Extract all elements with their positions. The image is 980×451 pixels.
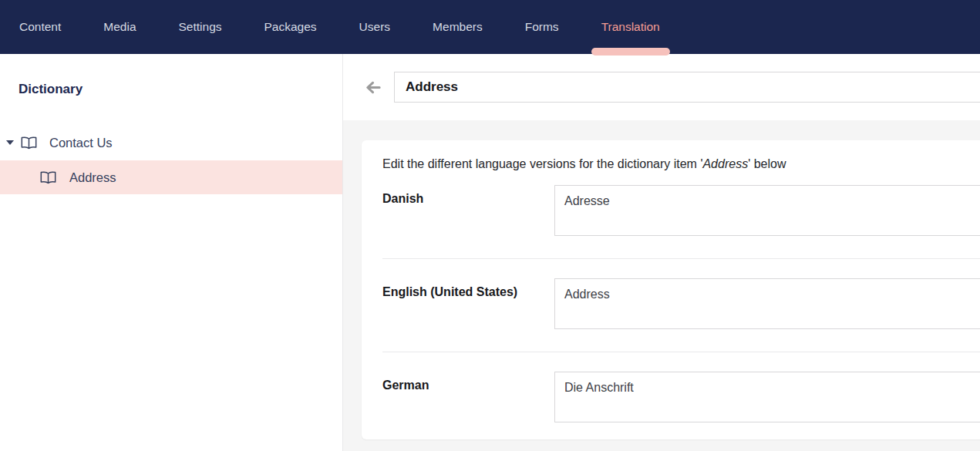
sidebar-title: Dictionary — [19, 82, 342, 97]
nav-item-label: Content — [19, 20, 61, 34]
description-suffix: ' below — [748, 157, 786, 170]
dictionary-item-name-input[interactable] — [394, 72, 980, 103]
book-icon — [40, 171, 56, 184]
editor-description: Edit the different language versions for… — [382, 156, 980, 173]
translation-input-german[interactable]: Die Anschrift — [554, 372, 980, 422]
translation-row-german: German Die Anschrift — [382, 372, 980, 422]
arrow-left-icon — [364, 79, 382, 96]
nav-item-packages[interactable]: Packages — [264, 0, 317, 54]
book-icon — [21, 136, 37, 150]
dictionary-sidebar: Dictionary Contact Us Address — [0, 54, 343, 451]
back-button[interactable] — [362, 77, 382, 97]
translation-input-english-us[interactable]: Address — [554, 278, 980, 329]
tree-item-address[interactable]: Address — [0, 160, 342, 194]
nav-item-label: Members — [433, 20, 483, 34]
translation-row-english-us: English (United States) Address — [382, 278, 980, 352]
active-section-indicator — [591, 48, 670, 56]
nav-item-label: Users — [359, 20, 390, 34]
nav-item-label: Forms — [525, 20, 559, 34]
translation-row-danish: Danish Adresse — [382, 185, 980, 259]
nav-item-users[interactable]: Users — [359, 0, 390, 54]
nav-item-forms[interactable]: Forms — [525, 0, 559, 54]
nav-item-label: Translation — [601, 20, 660, 34]
top-navigation: Content Media Settings Packages Users Me… — [0, 0, 980, 54]
tree-item-label: Contact Us — [49, 136, 113, 150]
nav-item-label: Settings — [179, 20, 222, 34]
nav-item-label: Packages — [264, 20, 317, 34]
editor-pane: Edit the different language versions for… — [343, 54, 980, 451]
editor-header — [343, 54, 980, 120]
nav-item-media[interactable]: Media — [103, 0, 136, 54]
nav-item-translation[interactable]: Translation — [601, 0, 660, 54]
tree-item-label: Address — [69, 170, 116, 185]
translation-input-danish[interactable]: Adresse — [554, 185, 980, 236]
editor-content: Edit the different language versions for… — [343, 120, 980, 451]
nav-item-content[interactable]: Content — [19, 0, 61, 54]
tree-item-contact-us[interactable]: Contact Us — [0, 125, 342, 160]
nav-item-members[interactable]: Members — [433, 0, 483, 54]
language-label-german: German — [382, 372, 554, 392]
language-label-english-us: English (United States) — [382, 278, 554, 299]
nav-item-label: Media — [103, 20, 136, 34]
language-label-danish: Danish — [382, 185, 554, 206]
description-prefix: Edit the different language versions for… — [382, 157, 702, 170]
dictionary-tree: Contact Us Address — [0, 125, 342, 194]
description-item-name: Address — [702, 157, 748, 170]
nav-item-settings[interactable]: Settings — [179, 0, 222, 54]
main-layout: Dictionary Contact Us Address — [0, 54, 980, 451]
translations-card: Edit the different language versions for… — [362, 140, 980, 439]
caret-down-icon[interactable] — [6, 140, 14, 145]
